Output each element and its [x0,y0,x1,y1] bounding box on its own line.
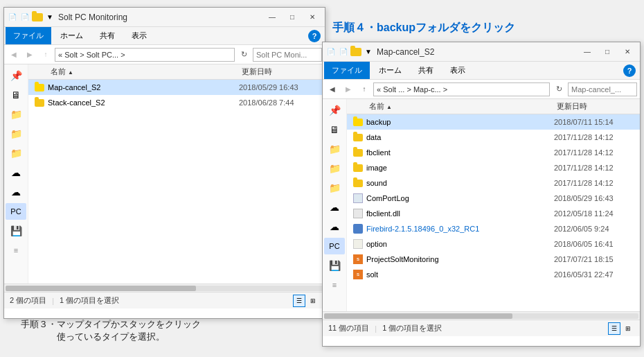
sidebar-icon-pc: PC [6,203,26,220]
view-detail-right[interactable]: ☰ [608,322,620,335]
h-scroll-track-left [6,286,323,291]
file-name-right-3: image [366,164,554,172]
view-detail-left[interactable]: ☰ [293,295,305,307]
search-input-right[interactable] [568,82,637,96]
sidebar-icon-7: ☁ [6,184,26,200]
col-spacer-r [352,101,364,112]
status-bar-left: 2 個の項目 | 1 個の項目を選択 ☰ ⊞ [4,292,325,308]
window-title-left: Solt PC Monitoring [58,12,262,22]
ribbon-tab-home-left[interactable]: ホーム [53,27,91,44]
sidebar-icon-r8: 💾 [324,257,345,274]
file-name-right-10: solt [366,270,554,279]
sort-arrow-left: ▲ [68,69,73,76]
title-bar-right: 📄 📄 ▼ Map-cancel_S2 — □ ✕ [323,42,640,62]
sidebar-icon-9: ≡ [6,242,26,259]
file-item-right-5[interactable]: ComPortLog 2018/05/29 16:43 [347,191,640,206]
file-icon-right-8 [352,238,364,250]
file-name-right-2: fbclient [366,148,554,157]
refresh-button-right[interactable]: ↻ [552,82,566,96]
sidebar-icon-r2: 🖥 [324,121,345,138]
ribbon-tab-home-right[interactable]: ホーム [371,62,409,79]
breadcrumb-left: « Solt > Solt PC... > [58,51,125,59]
sidebar-icon-3: 📁 [6,106,26,123]
file-item-right-7[interactable]: Firebird-2.1.5.18496_0_x32_RC1 2012/06/0… [347,221,640,236]
file-icon-right-10: S [352,269,364,280]
file-item-right-3[interactable]: image 2017/11/28 14:12 [347,160,640,175]
help-icon-right[interactable]: ? [623,64,636,77]
status-selected-right: 1 個の項目を選択 [382,323,442,333]
search-input-left[interactable] [253,48,322,62]
ribbon-tab-share-right[interactable]: 共有 [411,62,441,79]
file-item-right-1[interactable]: data 2017/11/28 14:12 [347,130,640,145]
restore-button-right[interactable]: □ [598,45,617,59]
forward-button-left[interactable]: ▶ [23,48,37,62]
back-button-left[interactable]: ◀ [7,48,21,62]
file-item-right-4[interactable]: sound 2017/11/28 14:12 [347,175,640,191]
view-tile-left[interactable]: ⊞ [307,295,319,307]
status-count-left: 2 個の項目 [10,295,46,306]
sidebar-icon-pc-r: PC [324,238,345,254]
up-button-right[interactable]: ↑ [357,82,371,96]
ribbon-tab-file-left[interactable]: ファイル [6,27,51,44]
window-left: 📄 📄 ▼ Solt PC Monitoring — □ ✕ ファイル ホーム … [3,7,325,319]
close-button-left[interactable]: ✕ [303,10,322,24]
file-item-right-10[interactable]: S solt 2016/05/31 22:47 [347,267,640,282]
ribbon-tab-file-right[interactable]: ファイル [324,62,370,79]
file-date-right-3: 2017/11/28 14:12 [554,164,637,172]
file-item-right-2[interactable]: fbclient 2017/11/28 14:12 [347,145,640,160]
file-icon-right-6 [352,208,364,219]
file-name-right-8: option [366,240,554,248]
ribbon-tab-view-left[interactable]: 表示 [124,27,154,44]
ribbon-tab-view-right[interactable]: 表示 [442,62,473,79]
help-icon-left[interactable]: ? [308,30,321,42]
file-item-left-0[interactable]: Map-cancel_S2 2018/05/29 16:43 [28,80,325,95]
folder-icon-left-1 [34,97,45,108]
minimize-button-left[interactable]: — [262,10,282,24]
main-content-right: 📌 🖥 📁 📁 📁 ☁ ☁ PC 💾 ≡ 名前 ▲ 更新日時 [323,99,640,311]
col-name-right[interactable]: 名前 ▲ [366,101,554,112]
col-date-right[interactable]: 更新日時 [554,101,637,112]
file-date-right-0: 2018/07/11 15:14 [554,118,637,126]
h-scroll-thumb-right [324,313,512,319]
breadcrumb-right: « Solt ... > Map-c... > [377,85,447,94]
file-name-right-0: backup [366,118,554,126]
file-item-right-8[interactable]: option 2018/06/05 16:41 [347,236,640,252]
sidebar-icon-2: 🖥 [6,87,26,103]
restore-button-left[interactable]: □ [283,10,302,24]
file-name-right-7: Firebird-2.1.5.18496_0_x32_RC1 [366,225,554,233]
minimize-button-right[interactable]: — [578,45,597,59]
folder-title-icon-right [350,48,361,56]
title-bar-left: 📄 📄 ▼ Solt PC Monitoring — □ ✕ [4,8,325,27]
col-date-left[interactable]: 更新日時 [239,67,322,77]
folder-icon-right-1 [352,132,364,143]
file-name-left-0: Map-cancel_S2 [48,83,239,92]
folder-icon-right-2 [352,147,364,158]
status-sep-left: | [52,297,54,305]
main-content-left: 📌 🖥 📁 📁 📁 ☁ ☁ PC 💾 ≡ 名前 ▲ 更新日時 [4,64,325,284]
status-count-right: 11 個の項目 [328,323,369,333]
refresh-button-left[interactable]: ↻ [237,48,251,62]
file-name-right-5: ComPortLog [366,194,554,202]
file-date-right-2: 2017/11/28 14:12 [554,148,637,157]
file-item-right-9[interactable]: S ProjectSoltMonitoring 2017/07/21 18:15 [347,252,640,267]
h-scroll-left[interactable] [4,284,325,292]
file-date-right-8: 2018/06/05 16:41 [554,240,637,248]
forward-button-right[interactable]: ▶ [341,82,355,96]
address-path-left[interactable]: « Solt > Solt PC... > [55,48,235,62]
back-button-right[interactable]: ◀ [325,82,339,96]
close-button-right[interactable]: ✕ [618,45,637,59]
col-name-left[interactable]: 名前 ▲ [48,67,239,77]
view-tile-right[interactable]: ⊞ [622,322,634,335]
file-icon-right-9: S [352,254,364,265]
address-path-right[interactable]: « Solt ... > Map-c... > [373,82,550,96]
h-scroll-right[interactable] [323,311,640,320]
ribbon-right: ファイル ホーム 共有 表示 ? [323,62,640,80]
up-button-left[interactable]: ↑ [39,48,53,62]
file-item-right-6[interactable]: fbclient.dll 2012/05/18 11:24 [347,206,640,221]
view-icons-right: ☰ ⊞ [608,322,634,335]
ribbon-tab-share-left[interactable]: 共有 [92,27,123,44]
file-date-right-7: 2012/06/05 9:24 [554,225,637,233]
title-bar-icons-right: 📄 📄 ▼ [325,46,374,58]
file-item-right-0[interactable]: backup 2018/07/11 15:14 [347,114,640,130]
file-item-left-1[interactable]: Stack-cancel_S2 2018/06/28 7:44 [28,95,325,110]
